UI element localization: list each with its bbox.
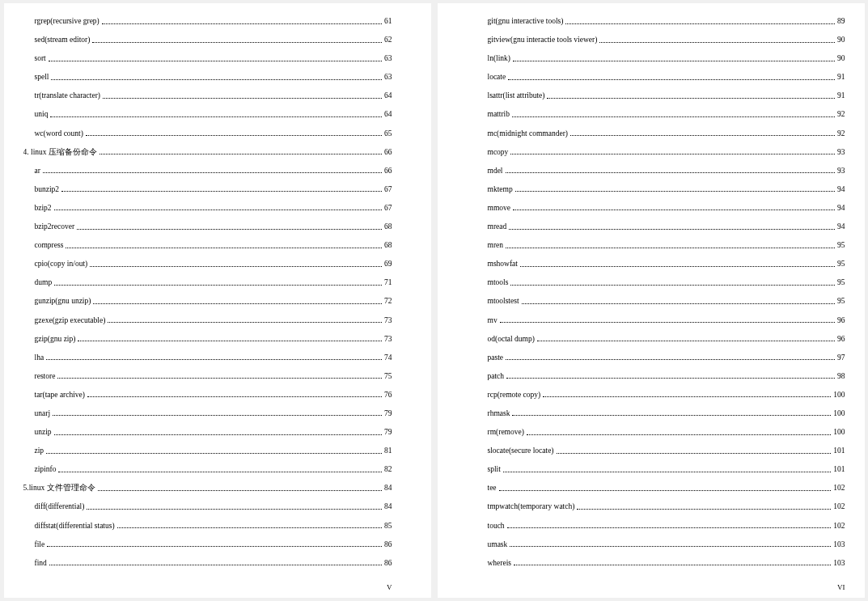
toc-entry: rhmask100	[476, 410, 845, 418]
toc-entry-label: mcopy	[488, 149, 509, 157]
toc-entry: gzexe(gzip executable)73	[23, 317, 392, 325]
table-of-contents-right: git(gnu interactive tools)89gitview(gnu …	[476, 18, 845, 590]
toc-entry-page: 69	[384, 260, 392, 269]
toc-entry: restore75	[23, 373, 392, 381]
toc-entry: od(octal dump)96	[476, 336, 845, 344]
toc-entry-label: gunzip(gnu unzip)	[35, 298, 91, 306]
toc-leader-dots	[506, 359, 835, 360]
toc-leader-dots	[570, 135, 835, 136]
toc-entry: mdel93	[476, 167, 845, 176]
toc-entry-label: file	[35, 541, 45, 549]
toc-entry: 4. linux 压缩备份命令66	[23, 149, 392, 157]
toc-entry-label: gzexe(gzip executable)	[35, 317, 106, 325]
toc-entry-page: 93	[837, 149, 845, 157]
toc-leader-dots	[77, 229, 382, 230]
toc-leader-dots	[512, 415, 831, 416]
toc-entry-page: 90	[837, 55, 845, 63]
toc-entry-page: 96	[837, 336, 845, 344]
toc-leader-dots	[117, 527, 382, 528]
toc-leader-dots	[522, 303, 835, 304]
toc-entry-page: 81	[384, 447, 392, 455]
toc-leader-dots	[102, 23, 382, 24]
toc-entry-label: mtoolstest	[488, 298, 519, 306]
toc-entry-label: bzip2	[35, 205, 52, 213]
toc-leader-dots	[78, 341, 382, 341]
toc-leader-dots	[54, 210, 382, 210]
toc-entry-label: lsattr(list attribute)	[488, 92, 545, 100]
toc-entry-page: 102	[833, 485, 845, 493]
toc-entry: tar(tape archive)76	[23, 391, 392, 400]
toc-entry-label: lha	[35, 354, 44, 362]
toc-entry-label: ar	[35, 167, 40, 176]
toc-entry-label: locate	[488, 74, 506, 82]
toc-leader-dots	[509, 229, 835, 230]
toc-entry-label: tmpwatch(temporary watch)	[488, 503, 575, 511]
toc-leader-dots	[499, 490, 832, 491]
toc-entry-label: compress	[35, 242, 64, 250]
toc-entry-page: 74	[384, 354, 392, 362]
toc-entry: locate91	[476, 74, 845, 82]
toc-entry: rcp(remote copy)100	[476, 391, 845, 400]
toc-leader-dots	[506, 378, 835, 379]
toc-entry: mren95	[476, 242, 845, 250]
toc-entry: paste97	[476, 354, 845, 362]
toc-entry-label: umask	[488, 541, 508, 549]
toc-leader-dots	[49, 565, 382, 565]
toc-entry-page: 101	[833, 466, 845, 474]
toc-entry: ar66	[23, 167, 392, 176]
toc-leader-dots	[66, 248, 382, 248]
toc-entry-label: spell	[35, 74, 49, 82]
toc-leader-dots	[537, 341, 835, 341]
toc-entry: mcopy93	[476, 149, 845, 157]
toc-entry-label: diffstat(differential status)	[35, 523, 115, 531]
toc-entry-page: 63	[384, 74, 392, 82]
toc-entry: mshowfat95	[476, 260, 845, 269]
toc-leader-dots	[53, 415, 382, 416]
toc-leader-dots	[510, 546, 831, 547]
toc-entry-label: mdel	[488, 167, 503, 176]
toc-entry: compress68	[23, 242, 392, 250]
toc-entry: diffstat(differential status)85	[23, 523, 392, 531]
toc-entry-page: 94	[837, 205, 845, 213]
toc-entry-label: rm(remove)	[488, 429, 524, 437]
toc-entry-page: 66	[384, 149, 392, 157]
toc-entry: git(gnu interactive tools)89	[476, 18, 845, 26]
toc-entry-page: 102	[833, 523, 845, 531]
toc-entry-page: 82	[384, 466, 392, 474]
page-left: rgrep(recursive grep)61sed(stream editor…	[4, 3, 431, 598]
toc-leader-dots	[513, 61, 835, 61]
toc-entry-page: 73	[384, 317, 392, 325]
toc-entry-page: 103	[833, 560, 845, 568]
toc-leader-dots	[43, 172, 382, 173]
toc-entry-label: diff(differential)	[35, 503, 85, 511]
toc-entry-page: 96	[837, 317, 845, 325]
toc-leader-dots	[61, 191, 382, 192]
toc-leader-dots	[92, 42, 382, 43]
toc-entry-page: 61	[384, 18, 392, 26]
toc-entry-label: dump	[35, 279, 53, 287]
toc-entry-page: 84	[384, 485, 392, 493]
toc-entry-page: 95	[837, 242, 845, 250]
toc-entry: 5.linux 文件管理命令84	[23, 485, 392, 493]
toc-entry-label: mtools	[488, 279, 509, 287]
toc-entry: unarj79	[23, 410, 392, 418]
toc-entry-label: rgrep(recursive grep)	[35, 18, 100, 26]
toc-entry-label: rhmask	[488, 410, 510, 418]
toc-entry-page: 86	[384, 560, 392, 568]
toc-entry-label: sed(stream editor)	[35, 36, 91, 44]
table-of-contents-left: rgrep(recursive grep)61sed(stream editor…	[23, 18, 392, 590]
toc-entry-label: mren	[488, 242, 504, 250]
toc-entry-page: 97	[837, 354, 845, 362]
toc-entry: bunzip267	[23, 186, 392, 194]
toc-entry-page: 91	[837, 92, 845, 100]
toc-entry-page: 92	[837, 111, 845, 119]
toc-entry-label: unzip	[35, 429, 52, 437]
toc-entry: mtools95	[476, 279, 845, 287]
toc-entry-label: mc(midnight commander)	[488, 130, 568, 138]
toc-entry: patch98	[476, 373, 845, 381]
toc-leader-dots	[513, 210, 835, 210]
toc-entry-page: 73	[384, 336, 392, 344]
toc-leader-dots	[87, 396, 382, 397]
toc-leader-dots	[98, 490, 382, 491]
toc-entry: mmove94	[476, 205, 845, 213]
